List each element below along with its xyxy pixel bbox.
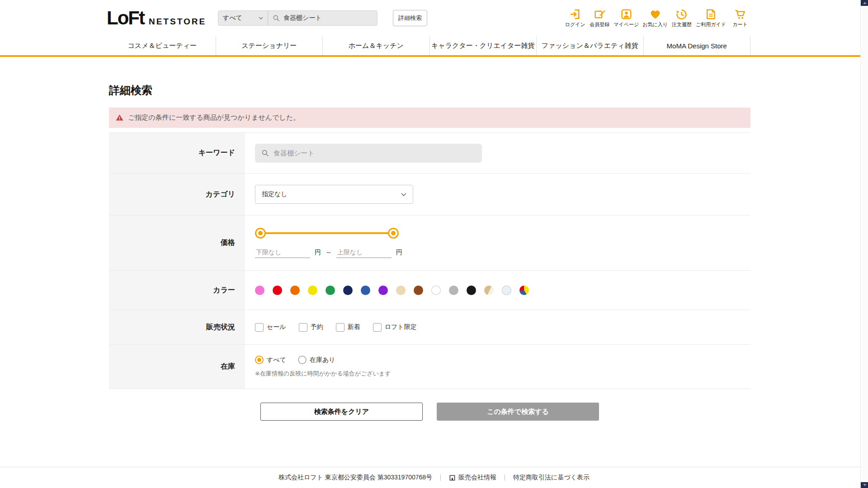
sales-option-reservation[interactable]: 予約 [299,323,323,332]
sale-label: セール [267,323,286,331]
seller-info-link[interactable]: 販売会社情報 [449,474,496,482]
header-search: すべて 詳細検索 [218,10,427,26]
guide-icon [705,8,717,20]
nav-item-cosmetics[interactable]: コスメ＆ビューティー [109,36,216,55]
favorites-button[interactable]: お気に入り [642,8,668,28]
slider-track [255,232,399,234]
color-swatch-clear[interactable] [502,286,511,295]
color-label: カラー [109,271,245,310]
scroll-down-arrow-icon [863,484,867,486]
cart-button[interactable]: カート [730,8,750,28]
color-swatch-pink[interactable] [255,286,264,295]
header-search-bar: すべて [218,10,377,26]
color-swatch-red[interactable] [273,286,282,295]
clear-conditions-button[interactable]: 検索条件をクリア [260,403,423,421]
nav-item-stationery[interactable]: ステーショナリー [216,36,323,55]
sale-checkbox[interactable] [255,323,264,332]
search-category-select[interactable]: すべて [218,11,268,25]
mypage-icon [620,8,632,20]
chevron-down-icon [401,193,406,196]
color-swatch-navy[interactable] [343,286,353,295]
stock-note: ※在庫情報の反映に時間がかかる場合がございます [255,370,391,378]
keyword-row: キーワード [109,133,750,174]
login-label: ログイン [565,21,585,28]
warning-icon [115,113,124,122]
main-content: 詳細検索 ご指定の条件に一致する商品が見つかりませんでした。 キーワード カテゴ… [0,83,868,421]
stock-in-stock-radio[interactable] [298,356,307,364]
price-label: 価格 [109,216,245,270]
header-search-input[interactable] [283,14,373,22]
keyword-input[interactable] [274,149,476,157]
new-arrival-checkbox[interactable] [336,323,344,332]
price-range-slider[interactable] [255,228,399,239]
price-min-input[interactable] [255,247,310,258]
login-button[interactable]: ログイン [565,8,585,28]
stock-all-label: すべて [267,356,286,364]
color-swatch-brown[interactable] [414,286,423,295]
color-row: カラー [109,271,750,310]
commercial-law-link[interactable]: 特定商取引法に基づく表示 [513,474,590,482]
loft-logo[interactable]: LoFt NETSTORE [107,7,206,29]
error-text: ご指定の条件に一致する商品が見つかりませんでした。 [128,113,300,122]
seller-info-label: 販売会社情報 [458,474,496,482]
login-icon [569,8,581,20]
color-swatch-orange[interactable] [290,286,300,295]
keyword-label: キーワード [109,133,245,173]
stock-all-radio[interactable] [255,356,264,364]
price-max-handle[interactable] [388,228,399,239]
nav-item-fashion-variety[interactable]: ファッション＆バラエティ雑貨 [537,36,644,55]
category-select[interactable]: 指定なし [255,185,413,204]
stock-options: すべて 在庫あり [255,356,335,364]
search-icon [261,149,269,157]
nav-item-moma[interactable]: MoMA Design Store [644,36,751,55]
color-swatch-black[interactable] [467,286,476,295]
search-submit-button[interactable]: この条件で検索する [437,403,599,421]
guide-button[interactable]: ご利用ガイド [696,8,726,28]
sales-status-row: 販売状況 セール 予約 新着 [109,310,750,345]
stock-option-all[interactable]: すべて [255,356,286,364]
color-swatch-beige[interactable] [396,286,406,295]
advanced-search-button[interactable]: 詳細検索 [393,10,427,26]
loft-limited-label: ロフト限定 [385,323,417,331]
company-registration-text: 株式会社ロフト 東京都公安委員会 第303319700768号 [278,474,432,482]
sales-option-sale[interactable]: セール [255,323,286,332]
sales-option-new[interactable]: 新着 [336,323,360,332]
nav-item-home-kitchen[interactable]: ホーム＆キッチン [323,36,430,55]
price-inputs: 円 ～ 円 [255,247,402,258]
loft-limited-checkbox[interactable] [373,323,382,332]
price-row: 価格 円 ～ 円 [109,216,750,271]
color-swatch-gray[interactable] [449,286,458,295]
category-nav: コスメ＆ビューティー ステーショナリー ホーム＆キッチン キャラクター・クリエイ… [0,36,868,57]
price-separator: ～ [326,249,332,257]
price-max-input[interactable] [336,247,392,258]
category-select-value: 指定なし [262,190,288,198]
reservation-checkbox[interactable] [299,323,307,332]
scroll-up-arrow-icon [863,2,867,4]
scrollbar[interactable] [860,0,868,488]
color-swatch-yellow[interactable] [308,286,317,295]
color-swatch-gold[interactable] [484,286,494,295]
sales-status-label: 販売状況 [109,310,245,344]
order-history-button[interactable]: 注文履歴 [671,8,692,28]
stock-option-in-stock[interactable]: 在庫あり [298,356,335,364]
price-unit-max: 円 [396,249,402,257]
color-swatch-purple[interactable] [378,286,388,295]
sales-status-options: セール 予約 新着 ロフト限定 [255,323,417,332]
price-min-handle[interactable] [255,228,266,239]
favorite-heart-icon [649,8,661,20]
page-footer: 株式会社ロフト 東京都公安委員会 第303319700768号 販売会社情報 特… [0,467,868,488]
footer-divider [440,474,441,481]
search-field [268,11,377,25]
scroll-up-button[interactable] [861,0,868,6]
sales-option-loft-limited[interactable]: ロフト限定 [373,323,417,332]
color-swatch-blue[interactable] [361,286,370,295]
color-swatch-green[interactable] [326,286,335,295]
new-arrival-label: 新着 [348,323,360,331]
color-swatch-multicolor[interactable] [519,286,529,295]
color-swatches [255,286,529,295]
nav-item-character-goods[interactable]: キャラクター・クリエイター雑貨 [430,36,537,55]
member-register-button[interactable]: 会員登録 [589,8,610,28]
color-swatch-white[interactable] [431,286,441,295]
mypage-button[interactable]: マイページ [613,8,639,28]
scroll-down-button[interactable] [861,482,868,488]
